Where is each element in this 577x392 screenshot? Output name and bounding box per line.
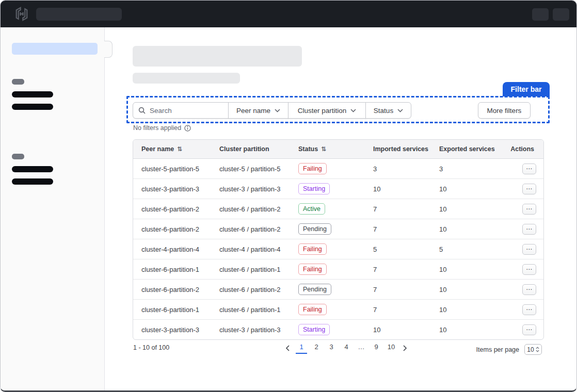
dropdown-label: Peer name (236, 107, 270, 115)
table-header-row: Peer name ⇅ Cluster partition Status ⇅ I… (133, 140, 543, 159)
table-row: cluster-6-partition-2cluster-6 / partiti… (133, 219, 543, 239)
items-per-page-select[interactable]: 10 (524, 344, 542, 355)
imported-services-cell: 10 (365, 179, 431, 199)
nav-action-placeholder-1[interactable] (532, 8, 549, 21)
column-header-peer-name[interactable]: Peer name ⇅ (133, 140, 211, 158)
column-header-cluster-partition: Cluster partition (211, 140, 290, 158)
no-filters-text: No filters applied (133, 124, 181, 132)
annotation-tag: Filter bar (503, 82, 550, 96)
column-label: Cluster partition (219, 145, 269, 153)
actions-cell: ⋯ (498, 239, 543, 259)
imported-services-cell: 3 (365, 159, 431, 178)
table-body: cluster-5-partition-5cluster-5 / partiti… (133, 159, 543, 339)
peer-name-cell: cluster-6-partition-1 (133, 259, 211, 279)
exported-services-cell: 10 (431, 280, 498, 299)
items-per-page-label: Items per page (476, 346, 519, 353)
sort-icon[interactable]: ⇅ (177, 146, 182, 152)
actions-cell: ⋯ (498, 280, 543, 299)
column-header-status[interactable]: Status ⇅ (290, 140, 365, 158)
info-icon[interactable] (184, 125, 191, 132)
status-badge: Active (298, 203, 325, 215)
sidebar-collapse-handle[interactable] (104, 41, 113, 58)
peer-name-filter-dropdown[interactable]: Peer name (228, 102, 288, 119)
imported-services-cell: 10 (365, 320, 431, 339)
table-row: cluster-6-partition-1cluster-6 / partiti… (133, 299, 543, 319)
status-badge: Failing (298, 243, 327, 255)
status-cell: Failing (290, 239, 365, 259)
actions-cell: ⋯ (498, 300, 543, 319)
page-number-3[interactable]: 3 (326, 342, 337, 354)
cluster-partition-cell: cluster-3 / partition-3 (211, 179, 290, 199)
chevron-down-icon (397, 109, 403, 112)
row-actions-button[interactable]: ⋯ (522, 324, 536, 335)
row-actions-button[interactable]: ⋯ (522, 304, 536, 315)
status-cell: Failing (290, 300, 365, 319)
row-actions-button[interactable]: ⋯ (522, 224, 536, 235)
pagination-controls: 1234…910 (283, 342, 409, 354)
table-row: cluster-6-partition-2cluster-6 / partiti… (133, 279, 543, 299)
peer-name-cell: cluster-4-partition-4 (133, 239, 211, 259)
column-label: Imported services (373, 145, 428, 153)
page-number-4[interactable]: 4 (341, 342, 352, 354)
status-badge: Failing (298, 163, 327, 174)
cluster-partition-filter-dropdown[interactable]: Cluster partition (288, 102, 366, 119)
row-actions-button[interactable]: ⋯ (522, 244, 536, 255)
cluster-partition-cell: cluster-6 / partition-1 (211, 259, 290, 279)
sidebar-item-skeleton[interactable] (12, 166, 53, 172)
row-actions-button[interactable]: ⋯ (522, 204, 536, 215)
imported-services-cell: 7 (365, 280, 431, 299)
exported-services-cell: 3 (431, 159, 498, 178)
status-badge: Failing (298, 264, 327, 275)
exported-services-cell: 10 (431, 219, 498, 239)
sidebar-item-skeleton[interactable] (12, 104, 53, 110)
peer-name-cell: cluster-6-partition-2 (133, 199, 211, 219)
status-badge: Starting (298, 324, 330, 335)
status-cell: Pending (290, 219, 365, 239)
table-row: cluster-3-partition-3cluster-3 / partiti… (133, 178, 543, 199)
imported-services-cell: 7 (365, 199, 431, 219)
dropdown-label: Cluster partition (298, 107, 347, 115)
page-number-9[interactable]: 9 (371, 342, 382, 354)
status-badge: Starting (298, 183, 330, 194)
sidebar (1, 27, 105, 390)
nav-action-placeholder-2[interactable] (553, 8, 569, 21)
actions-cell: ⋯ (498, 199, 543, 219)
search-input[interactable]: Search (133, 102, 229, 119)
status-badge: Failing (298, 304, 327, 315)
page-number-2[interactable]: 2 (311, 342, 322, 354)
exported-services-cell: 10 (431, 179, 498, 199)
row-actions-button[interactable]: ⋯ (522, 164, 536, 174)
imported-services-cell: 7 (365, 300, 431, 319)
cluster-partition-cell: cluster-3 / partition-3 (211, 320, 290, 339)
peer-name-cell: cluster-6-partition-2 (133, 219, 211, 239)
cluster-partition-cell: cluster-6 / partition-1 (211, 300, 290, 319)
cluster-partition-cell: cluster-6 / partition-2 (211, 219, 290, 239)
status-filter-dropdown[interactable]: Status (365, 102, 411, 119)
row-actions-button[interactable]: ⋯ (522, 284, 536, 295)
more-filters-button[interactable]: More filters (478, 102, 531, 119)
row-actions-button[interactable]: ⋯ (522, 184, 536, 194)
page-number-1[interactable]: 1 (296, 342, 307, 354)
sidebar-item-skeleton[interactable] (12, 178, 53, 185)
exported-services-cell: 10 (431, 320, 498, 339)
items-per-page-control: Items per page 10 (476, 344, 542, 355)
status-cell: Failing (290, 259, 365, 279)
column-header-imported-services: Imported services (365, 140, 431, 158)
chevron-down-icon (275, 109, 280, 112)
sidebar-active-item-skeleton[interactable] (12, 43, 98, 55)
table-row: cluster-4-partition-4cluster-4 / partiti… (133, 239, 543, 259)
sidebar-item-skeleton[interactable] (12, 91, 53, 97)
page-ellipsis: … (356, 342, 367, 354)
row-actions-button[interactable]: ⋯ (522, 264, 536, 275)
actions-cell: ⋯ (498, 259, 543, 279)
cluster-partition-cell: cluster-6 / partition-2 (211, 199, 290, 219)
peer-name-cell: cluster-3-partition-3 (133, 179, 211, 199)
next-page-icon[interactable] (400, 345, 409, 351)
sort-icon[interactable]: ⇅ (321, 146, 326, 152)
previous-page-icon[interactable] (283, 345, 292, 351)
status-cell: Starting (290, 179, 365, 199)
nav-search-placeholder[interactable] (36, 8, 122, 21)
actions-cell: ⋯ (498, 159, 543, 178)
filter-status-row: No filters applied (133, 124, 191, 132)
page-number-10[interactable]: 10 (386, 342, 397, 354)
